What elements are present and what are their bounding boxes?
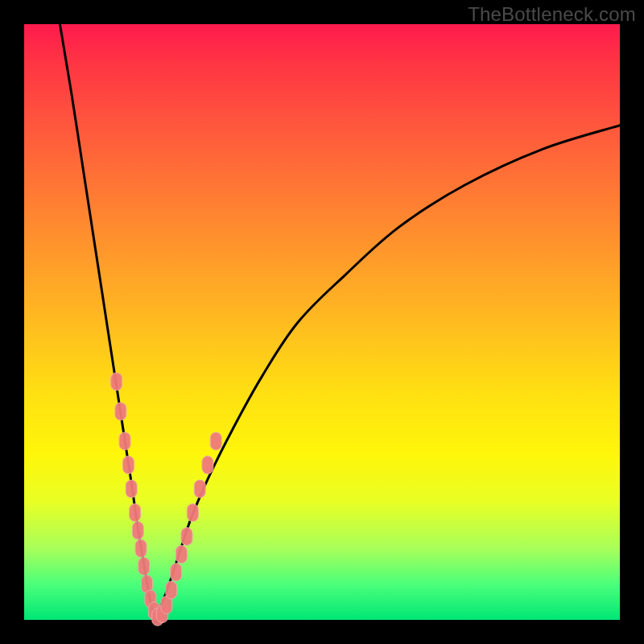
marker-point [210, 432, 221, 450]
marker-point [202, 456, 213, 474]
marker-point [135, 539, 147, 557]
marker-point [175, 546, 187, 564]
chart-frame: TheBottleneck.com [0, 0, 644, 644]
marker-point [119, 432, 130, 450]
marker-point [171, 564, 182, 581]
marker-point [130, 504, 141, 522]
marker-point [187, 504, 198, 522]
curve-right-branch [155, 126, 620, 620]
marker-layer [111, 373, 222, 625]
chart-svg [24, 24, 620, 620]
marker-point [132, 522, 143, 539]
marker-point [123, 456, 134, 474]
marker-point [111, 373, 122, 390]
plot-area [24, 24, 620, 620]
watermark-text: TheBottleneck.com [468, 3, 636, 26]
marker-point [166, 581, 177, 599]
marker-point [194, 480, 205, 497]
marker-point [115, 402, 126, 420]
marker-point [138, 557, 150, 575]
marker-point [181, 527, 192, 545]
marker-point [126, 480, 137, 497]
